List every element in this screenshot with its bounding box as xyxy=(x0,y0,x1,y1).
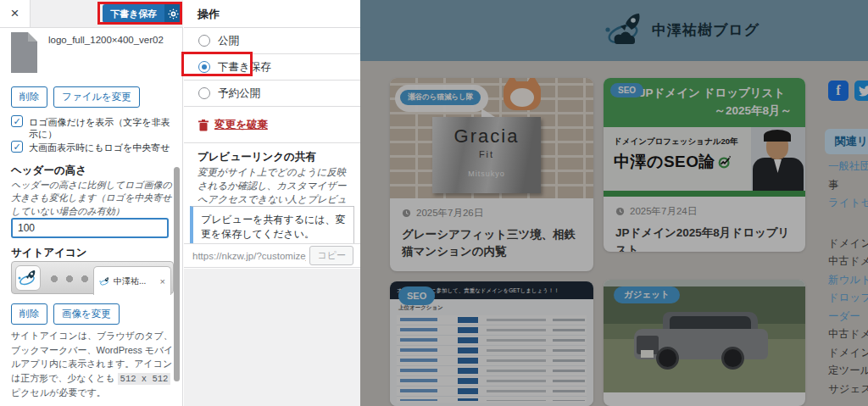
checkbox-checked-icon[interactable] xyxy=(11,115,23,127)
rocket-favicon-icon xyxy=(15,265,41,291)
icon-size-code: 512 x 512 xyxy=(118,373,171,385)
tab-close-icon: × xyxy=(160,276,165,286)
site-icon-preview: 中澤祐... × xyxy=(11,261,174,294)
option-schedule-label: 予約公開 xyxy=(218,86,260,101)
option-publish-label: 公開 xyxy=(218,34,239,48)
trash-icon xyxy=(198,120,209,131)
annotation-box-draft-option xyxy=(181,52,253,76)
site-preview: 中澤祐樹ブログ 瀬谷のら猫減らし隊 Gracia Fit Mitsukyo xyxy=(360,0,868,406)
wordpress-customizer: × 下書き保存 logo_full_1200×400_ver02 削除 ファイル… xyxy=(0,0,868,406)
panel-background xyxy=(184,269,360,406)
action-option-schedule[interactable]: 予約公開 xyxy=(184,81,360,107)
header-height-input[interactable] xyxy=(11,218,169,238)
logo-only-label: ロゴ画像だけを表示（文字を非表示に） xyxy=(29,115,177,141)
rocket-favicon-icon xyxy=(99,276,110,286)
browser-dots-icon xyxy=(51,275,88,282)
header-height-heading: ヘッダーの高さ xyxy=(11,164,86,178)
preview-url: https://nkzw.jp/?customize_chan xyxy=(192,251,306,261)
tab-title: 中澤祐... xyxy=(114,275,146,287)
center-logo-label: 大画面表示時にもロゴを中央寄せ xyxy=(29,141,170,153)
sidebar-scrollbar[interactable] xyxy=(174,167,180,381)
browser-tab-preview: 中澤祐... × xyxy=(93,266,171,295)
close-icon[interactable]: × xyxy=(0,0,31,27)
site-icon-heading: サイトアイコン xyxy=(11,246,87,260)
site-icon-description: サイトアイコンは、ブラウザのタブ、ブックマークバー、WordPress モバイル… xyxy=(11,329,175,400)
customizer-sidebar: × 下書き保存 logo_full_1200×400_ver02 削除 ファイル… xyxy=(0,0,183,406)
preview-url-row: https://nkzw.jp/?customize_chan コピー xyxy=(184,243,360,268)
logo-filename: logo_full_1200×400_ver02 xyxy=(48,35,175,45)
change-image-button[interactable]: 画像を変更 xyxy=(53,303,120,325)
copy-url-button[interactable]: コピー xyxy=(309,246,353,265)
change-file-button[interactable]: ファイルを変更 xyxy=(53,86,140,108)
action-option-publish[interactable]: 公開 xyxy=(184,28,360,54)
annotation-box-save-button xyxy=(97,2,182,25)
radio-unchecked-icon[interactable] xyxy=(198,35,210,47)
radio-unchecked-icon[interactable] xyxy=(198,87,210,99)
preview-dim-overlay xyxy=(360,0,868,406)
site-icon-description-part2: ピクセルが必要です。 xyxy=(11,387,106,398)
logo-only-checkbox-row[interactable]: ロゴ画像だけを表示（文字を非表示に） xyxy=(11,115,177,141)
discard-changes-link[interactable]: 変更を破棄 xyxy=(198,118,268,132)
file-document-icon xyxy=(11,32,37,73)
discard-label: 変更を破棄 xyxy=(214,118,268,132)
center-logo-checkbox-row[interactable]: 大画面表示時にもロゴを中央寄せ xyxy=(11,141,177,153)
divider xyxy=(184,142,360,143)
checkbox-checked-icon[interactable] xyxy=(11,141,23,153)
header-height-description: ヘッダーの高さに比例してロゴ画像の大きさも変化します（ロゴを中央寄せしていない場… xyxy=(11,179,174,218)
share-preview-title: プレビューリンクの共有 xyxy=(198,150,316,164)
panel-title: 操作 xyxy=(184,0,360,28)
remove-logo-button[interactable]: 削除 xyxy=(11,86,47,108)
remove-icon-button[interactable]: 削除 xyxy=(11,303,47,325)
